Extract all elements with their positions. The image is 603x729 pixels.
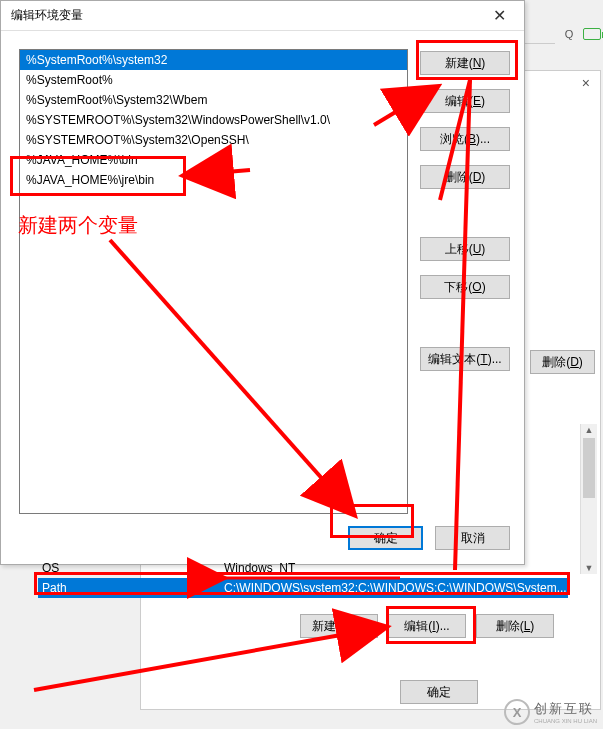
list-item[interactable]: %SYSTEMROOT%\System32\WindowsPowerShell\… [20, 110, 407, 130]
search-icon: Q [561, 28, 577, 40]
bg-edit-button[interactable]: 编辑(I)... [388, 614, 466, 638]
list-item[interactable]: %SystemRoot%\System32\Wbem [20, 90, 407, 110]
close-icon[interactable]: × [582, 75, 590, 91]
bg-delete-button[interactable]: 删除(D) [530, 350, 595, 374]
scroll-down-icon[interactable]: ▼ [581, 563, 597, 573]
browse-button[interactable]: 浏览(B)... [420, 127, 510, 151]
bg-ok-button[interactable]: 确定 [400, 680, 478, 704]
move-up-button[interactable]: 上移(U) [420, 237, 510, 261]
close-button[interactable]: ✕ [485, 4, 514, 27]
var-name: OS [38, 561, 220, 575]
bg-new-button[interactable]: 新建(W)... [300, 614, 378, 638]
titlebar: 编辑环境变量 ✕ [1, 1, 524, 31]
watermark-logo: X 创新互联 CHUANG XIN HU LIAN [504, 699, 597, 725]
system-variables-table: OS Windows_NT Path C:\WINDOWS\system32;C… [38, 558, 568, 598]
edit-button[interactable]: 编辑(E) [420, 89, 510, 113]
path-listbox[interactable]: %SystemRoot%\system32 %SystemRoot% %Syst… [19, 49, 408, 514]
ok-button[interactable]: 确定 [348, 526, 423, 550]
battery-icon [583, 28, 601, 40]
button-column: 新建(N) 编辑(E) 浏览(B)... 删除(D) 上移(U) 下移(O) 编… [420, 49, 510, 514]
logo-icon: X [504, 699, 530, 725]
new-button[interactable]: 新建(N) [420, 51, 510, 75]
table-row[interactable]: OS Windows_NT [38, 558, 568, 578]
var-value: C:\WINDOWS\system32;C:\WINDOWS;C:\WINDOW… [220, 581, 568, 595]
delete-button[interactable]: 删除(D) [420, 165, 510, 189]
list-item[interactable]: %SystemRoot%\system32 [20, 50, 407, 70]
edit-env-variable-dialog: 编辑环境变量 ✕ %SystemRoot%\system32 %SystemRo… [0, 0, 525, 565]
var-name: Path [38, 581, 220, 595]
scroll-thumb[interactable] [583, 438, 595, 498]
move-down-button[interactable]: 下移(O) [420, 275, 510, 299]
list-item[interactable]: %SystemRoot% [20, 70, 407, 90]
bg-footer: 确定 [400, 680, 478, 704]
edit-text-button[interactable]: 编辑文本(T)... [420, 347, 510, 371]
list-item[interactable]: %SYSTEMROOT%\System32\OpenSSH\ [20, 130, 407, 150]
scrollbar[interactable]: ▲ ▼ [580, 424, 597, 574]
table-row[interactable]: Path C:\WINDOWS\system32;C:\WINDOWS;C:\W… [38, 578, 568, 598]
dialog-title: 编辑环境变量 [11, 7, 83, 24]
sysvar-buttons: 新建(W)... 编辑(I)... 删除(L) [300, 614, 554, 638]
bg-delete-button[interactable]: 删除(L) [476, 614, 554, 638]
scroll-up-icon[interactable]: ▲ [581, 425, 597, 435]
var-value: Windows_NT [220, 561, 568, 575]
list-item[interactable]: %JAVA_HOME%\jre\bin [20, 170, 407, 190]
cancel-button[interactable]: 取消 [435, 526, 510, 550]
dialog-footer: 确定 取消 [1, 514, 524, 550]
list-item[interactable]: %JAVA_HOME%\bin [20, 150, 407, 170]
